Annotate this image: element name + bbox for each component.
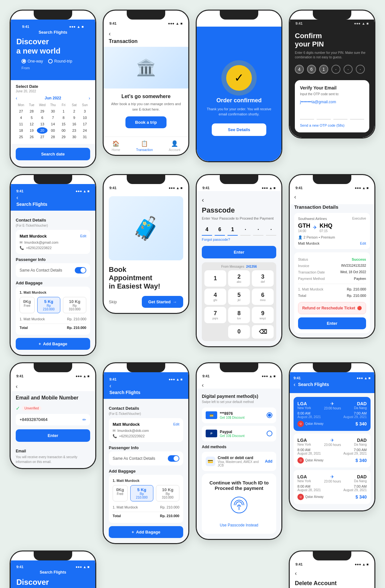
key-9[interactable]: 9wxyz <box>252 307 274 323</box>
account-icon: 👤 <box>171 140 178 147</box>
flight-result-3[interactable]: LGA New York ✈ 23:00 hours DAD Da Nang 8… <box>294 470 371 504</box>
pin-input-3[interactable]: 1 <box>227 224 238 236</box>
pin-input-6[interactable]: · <box>266 224 276 236</box>
same-as-contact-toggle[interactable] <box>168 455 179 462</box>
bag-0kg[interactable]: 0Kg Free <box>20 297 35 313</box>
add-baggage-button[interactable]: + Add Bagage <box>16 338 90 350</box>
phone-confirm-pin: 9:41 ●●●▲■ Confirmyour PIN Enter 6 digit… <box>289 10 375 139</box>
resend-otp[interactable]: Send a new OTP code (58s) <box>300 123 364 127</box>
invoice-row: Invoice INV23124131332 <box>298 263 366 269</box>
skip-button[interactable]: Skip <box>109 299 117 304</box>
transaction-icon: 📋 <box>141 140 148 147</box>
cal-prev[interactable]: ‹ <box>16 96 17 101</box>
contact-edit-button[interactable]: Edit <box>173 422 179 426</box>
same-as-contact-toggle[interactable] <box>75 267 86 273</box>
from-code-2: LGA <box>297 438 311 443</box>
key-4[interactable]: 4ghi <box>204 289 226 305</box>
same-as-contact-label: Same As Contact Details <box>20 268 62 273</box>
card-radio-1[interactable] <box>267 412 272 418</box>
key-1[interactable]: 1 <box>204 270 226 287</box>
bag-0kg[interactable]: 0Kg Free <box>113 485 128 501</box>
status-time: 9:41 <box>202 186 210 190</box>
back-button[interactable]: ‹ <box>109 30 183 37</box>
back-button[interactable]: ‹ <box>202 382 276 389</box>
bag-5kg[interactable]: 5 Kg Rp 210.000 <box>130 485 154 501</box>
status-icons: ●●● ▲ ■ <box>168 377 183 381</box>
search-date-button[interactable]: Search date <box>16 148 90 160</box>
oneway-option[interactable]: One-way <box>21 59 43 63</box>
key-2[interactable]: 2abc <box>228 270 250 287</box>
otp-box-3[interactable] <box>333 108 347 120</box>
route-from-time: 14:00 <box>298 229 310 233</box>
nav-account[interactable]: 👤 Account <box>169 140 180 152</box>
confirm-title: Order confirmed <box>216 97 261 104</box>
pin-input-2[interactable]: 6 <box>215 224 225 236</box>
email-label: Email <box>16 449 90 453</box>
credit-card-sub: Visa, Mastercard, AMEX and JCB <box>218 460 265 467</box>
edit-button[interactable]: Edit <box>360 241 366 245</box>
pin-input-row: 4 6 1 · · · <box>202 224 276 236</box>
back-button[interactable]: ‹ <box>202 196 276 204</box>
see-details-button[interactable]: See Details <box>212 123 266 136</box>
baggage-section: 1. Matt Murdock 0Kg Free 5 Kg Rp 210.000… <box>16 287 90 335</box>
add-baggage-button[interactable]: + Add Bagage <box>109 526 183 538</box>
notch <box>34 551 72 560</box>
passenger-info-title: Passenger Info <box>109 445 183 450</box>
flight-result-1[interactable]: LGA New York ✈ 23:00 hours DAD Da Nang 8… <box>294 397 371 431</box>
key-7[interactable]: 7pqrs <box>204 307 226 323</box>
get-started-button[interactable]: Get Started → <box>142 296 183 308</box>
add-credit-card[interactable]: 💳 Credit or debit card Visa, Mastercard,… <box>202 452 276 471</box>
pin-input-5[interactable]: · <box>253 224 263 236</box>
forgot-passcode-link[interactable]: Forgot passcode? <box>202 238 276 241</box>
back-button[interactable]: ‹ <box>16 194 90 201</box>
back-button[interactable]: ‹ <box>109 382 183 389</box>
key-6[interactable]: 6mno <box>252 289 274 305</box>
back-button[interactable]: ‹ <box>294 381 295 388</box>
card-radio-paypal[interactable] <box>267 431 272 436</box>
status-time: 9:41 <box>16 565 23 569</box>
bag-10kg[interactable]: 10 Kg Rp 310.000 <box>63 297 86 313</box>
contact-edit-button[interactable]: Edit <box>80 234 86 238</box>
add-baggage-title: Add Baggage <box>16 281 90 285</box>
nav-transaction[interactable]: 📋 Transaction <box>136 140 153 152</box>
roundtrip-option[interactable]: Round-trip <box>48 59 72 63</box>
add-credit-card-link[interactable]: Add <box>265 459 272 464</box>
bag-5kg[interactable]: 5 Kg Rp 210.000 <box>37 297 61 313</box>
key-8[interactable]: 8tuv <box>228 307 250 323</box>
nav-home[interactable]: 🏠 Home <box>112 140 120 152</box>
enter-button[interactable]: Enter <box>202 246 276 258</box>
key-0[interactable]: 0 <box>228 325 250 339</box>
refund-button[interactable]: Refund or Reschedule Ticket 🔴 <box>298 302 366 314</box>
book-trip-button[interactable]: Book a trip <box>125 116 167 128</box>
back-button[interactable]: ‹ <box>295 570 369 577</box>
notch <box>313 175 351 184</box>
status-time: 9:41 <box>109 186 116 190</box>
use-passcode-link[interactable]: Use Passcode Instead <box>208 523 270 527</box>
otp-box-1[interactable] <box>300 108 314 120</box>
otp-box-2[interactable] <box>317 108 331 120</box>
key-3[interactable]: 3def <box>252 270 274 287</box>
pin-dot-4: · <box>331 65 340 74</box>
pin-input-1[interactable]: 4 <box>202 224 212 236</box>
payment-card-paypal[interactable]: P Paypal Get 10$ Discount <box>202 426 276 441</box>
cal-next[interactable]: › <box>89 96 90 101</box>
flight-result-2[interactable]: LGA New York ✈ 23:00 hours DAD Da Nang 8… <box>294 433 371 467</box>
otp-box-4[interactable] <box>350 108 364 120</box>
enter-button[interactable]: Enter <box>298 317 366 329</box>
key-5[interactable]: 5jkl <box>228 289 250 305</box>
contact-details-sub: (For E-Ticket/Voucher) <box>16 224 90 227</box>
pin-input-4[interactable]: · <box>240 224 251 236</box>
back-button[interactable]: ‹ <box>294 194 370 200</box>
fingerprint-icon[interactable] <box>208 495 270 518</box>
payment-card-1[interactable]: 💳 ***8976 Get 10$ Discount <box>202 407 276 423</box>
phone-contact-details-1: 9:41 ●●● ▲ ■ ‹ Search Flights Contact De… <box>10 174 96 356</box>
back-button[interactable]: ‹ <box>16 383 90 390</box>
home-icon: 🏠 <box>112 140 119 147</box>
bag-10kg[interactable]: 10 Kg Rp 310.000 <box>156 485 179 501</box>
card-number: ***8976 <box>220 411 244 416</box>
to-code-2: DAD <box>354 438 367 443</box>
key-backspace[interactable]: ⌫ <box>252 325 274 339</box>
same-as-contact-label: Same As Contact Details <box>113 456 155 461</box>
edit-icon[interactable]: ✏ <box>82 417 86 422</box>
enter-button[interactable]: Enter <box>16 429 90 442</box>
